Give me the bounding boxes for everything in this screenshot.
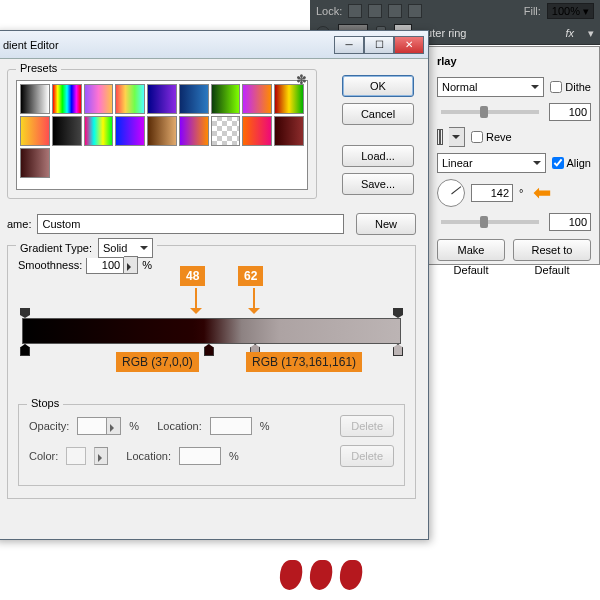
gradient-dropdown[interactable]	[449, 127, 465, 147]
annotation-arrow-icon: ⬅	[533, 180, 551, 206]
annotation-48: 48	[180, 266, 205, 286]
preset-row	[19, 115, 305, 147]
gradient-overlay-title: rlay	[437, 55, 591, 67]
align-checkbox[interactable]: Align	[552, 157, 591, 169]
make-default-button[interactable]: Make Default	[437, 239, 505, 261]
new-button[interactable]: New	[356, 213, 416, 235]
fill-label: Fill:	[524, 5, 541, 17]
preset-row	[19, 83, 305, 115]
gradient-type-label: Gradient Type:	[20, 242, 92, 254]
gradient-preview[interactable]	[437, 129, 443, 145]
angle-unit: °	[519, 187, 523, 199]
preset-swatch[interactable]	[242, 116, 272, 146]
titlebar[interactable]: dient Editor ─ ☐ ✕	[0, 31, 428, 59]
fx-badge[interactable]: fx	[565, 27, 574, 39]
annotation-arrow-icon	[248, 308, 260, 320]
lock-all-icon[interactable]	[408, 4, 422, 18]
name-field[interactable]: Custom	[37, 214, 344, 234]
preset-swatch[interactable]	[84, 84, 114, 114]
color-stop-1[interactable]	[20, 344, 30, 356]
smoothness-label: Smoothness:	[18, 259, 82, 271]
preset-swatch[interactable]	[20, 84, 50, 114]
opacity-stop-left[interactable]	[20, 308, 30, 318]
reverse-checkbox[interactable]: Reve	[471, 131, 512, 143]
ok-button[interactable]: OK	[342, 75, 414, 97]
cancel-button[interactable]: Cancel	[342, 103, 414, 125]
preset-swatch[interactable]	[20, 116, 50, 146]
save-button[interactable]: Save...	[342, 173, 414, 195]
opacity-stepper[interactable]	[107, 417, 121, 435]
dither-checkbox[interactable]: Dithe	[550, 81, 591, 93]
location-label: Location:	[157, 420, 202, 432]
preset-row	[19, 147, 305, 179]
location-label: Location:	[126, 450, 171, 462]
preset-swatch[interactable]	[115, 116, 145, 146]
delete-opacity-stop-button[interactable]: Delete	[340, 415, 394, 437]
lock-position-icon[interactable]	[388, 4, 402, 18]
preset-swatch[interactable]	[179, 116, 209, 146]
preset-swatch[interactable]	[211, 116, 241, 146]
delete-color-stop-button[interactable]: Delete	[340, 445, 394, 467]
gradient-type-select[interactable]: Solid	[98, 238, 153, 258]
preset-swatch[interactable]	[274, 116, 304, 146]
gradient-editor-window: dient Editor ─ ☐ ✕ Presets OK Cancel	[0, 30, 429, 540]
color-location-field[interactable]	[179, 447, 221, 465]
angle-dial[interactable]	[437, 179, 465, 207]
close-button[interactable]: ✕	[394, 36, 424, 54]
lock-label: Lock:	[316, 5, 342, 17]
preset-list[interactable]	[16, 80, 308, 190]
opacity-slider[interactable]	[441, 110, 539, 114]
annotation-arrow-icon	[190, 308, 202, 320]
blend-mode-select[interactable]: Normal	[437, 77, 544, 97]
annotation-62: 62	[238, 266, 263, 286]
presets-label: Presets	[16, 62, 61, 74]
preset-swatch[interactable]	[147, 116, 177, 146]
color-stop-label: Color:	[29, 450, 58, 462]
style-select[interactable]: Linear	[437, 153, 546, 173]
window-title: dient Editor	[0, 39, 334, 51]
annotation-rgb1: RGB (37,0,0)	[116, 352, 199, 372]
reset-default-button[interactable]: Reset to Default	[513, 239, 591, 261]
name-label: ame:	[7, 218, 31, 230]
smoothness-field[interactable]: 100	[86, 256, 124, 274]
opacity-location-field[interactable]	[210, 417, 252, 435]
preset-swatch[interactable]	[115, 84, 145, 114]
percent-label: %	[142, 259, 152, 271]
scale-field[interactable]: 100	[549, 213, 591, 231]
artwork-shapes	[280, 560, 400, 600]
layer-style-dialog: rlay Normal Dithe 100 Reve Linear Align …	[418, 46, 600, 265]
preset-swatch[interactable]	[84, 116, 114, 146]
preset-swatch[interactable]	[52, 84, 82, 114]
preset-swatch[interactable]	[211, 84, 241, 114]
stops-group: Stops Opacity: % Location: % Delete Colo…	[18, 404, 405, 486]
preset-swatch[interactable]	[52, 116, 82, 146]
smoothness-stepper[interactable]	[124, 256, 138, 274]
preset-swatch[interactable]	[179, 84, 209, 114]
preset-swatch[interactable]	[20, 148, 50, 178]
gradient-type-group: Gradient Type: Solid Smoothness: 100 %	[7, 245, 416, 499]
opacity-stop-right[interactable]	[393, 308, 403, 318]
gear-icon[interactable]	[296, 72, 310, 86]
load-button[interactable]: Load...	[342, 145, 414, 167]
opacity-stop-label: Opacity:	[29, 420, 69, 432]
lock-transparency-icon[interactable]	[348, 4, 362, 18]
color-stop-4[interactable]	[393, 344, 403, 356]
color-swatch[interactable]	[66, 447, 86, 465]
canvas-bg: Lock: Fill: 100%▾ outer ring fx ▾ rlay N…	[0, 0, 600, 600]
scale-slider[interactable]	[441, 220, 539, 224]
fill-value[interactable]: 100%▾	[547, 3, 594, 19]
minimize-button[interactable]: ─	[334, 36, 364, 54]
opacity-stop-field[interactable]	[77, 417, 107, 435]
presets-group: Presets	[7, 69, 317, 199]
stops-label: Stops	[27, 397, 63, 409]
lock-paint-icon[interactable]	[368, 4, 382, 18]
angle-field[interactable]: 142	[471, 184, 513, 202]
color-stop-2[interactable]	[204, 344, 214, 356]
maximize-button[interactable]: ☐	[364, 36, 394, 54]
preset-swatch[interactable]	[274, 84, 304, 114]
opacity-field[interactable]: 100	[549, 103, 591, 121]
preset-swatch[interactable]	[242, 84, 272, 114]
color-picker-arrow[interactable]	[94, 447, 108, 465]
preset-swatch[interactable]	[147, 84, 177, 114]
annotation-rgb2: RGB (173,161,161)	[246, 352, 362, 372]
